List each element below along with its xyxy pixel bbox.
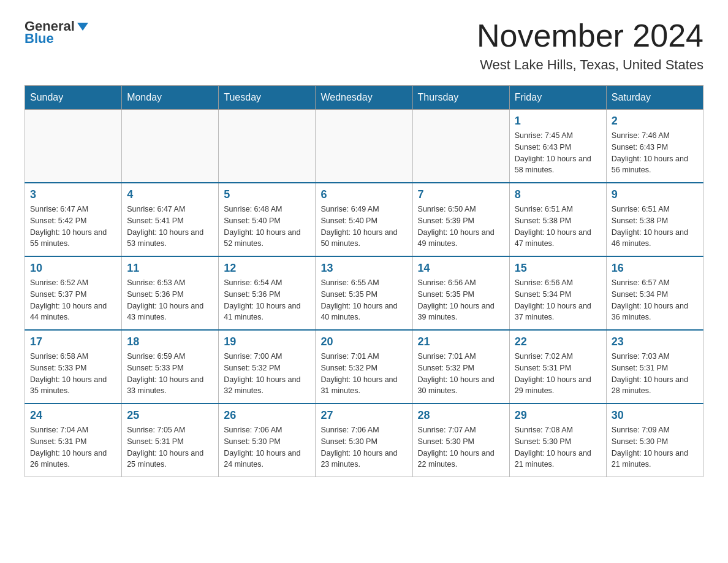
- sun-info: Sunrise: 7:00 AM Sunset: 5:32 PM Dayligh…: [224, 351, 310, 397]
- sun-info: Sunrise: 7:09 AM Sunset: 5:30 PM Dayligh…: [612, 424, 698, 470]
- sun-info: Sunrise: 6:56 AM Sunset: 5:35 PM Dayligh…: [418, 277, 504, 323]
- logo-arrow-icon: [76, 20, 89, 33]
- sun-info: Sunrise: 6:59 AM Sunset: 5:33 PM Dayligh…: [127, 351, 213, 397]
- calendar-cell: 3Sunrise: 6:47 AM Sunset: 5:42 PM Daylig…: [25, 183, 122, 256]
- day-number: 3: [30, 188, 116, 201]
- sun-info: Sunrise: 7:46 AM Sunset: 6:43 PM Dayligh…: [612, 130, 698, 176]
- day-number: 17: [30, 335, 116, 348]
- weekday-header-monday: Monday: [122, 86, 219, 110]
- calendar-cell: 19Sunrise: 7:00 AM Sunset: 5:32 PM Dayli…: [219, 330, 316, 404]
- sun-info: Sunrise: 6:51 AM Sunset: 5:38 PM Dayligh…: [515, 204, 601, 250]
- calendar-cell: 30Sunrise: 7:09 AM Sunset: 5:30 PM Dayli…: [606, 404, 703, 477]
- logo-blue-text: Blue: [25, 31, 54, 47]
- day-number: 10: [30, 262, 116, 275]
- calendar-week-row: 24Sunrise: 7:04 AM Sunset: 5:31 PM Dayli…: [25, 404, 703, 477]
- sun-info: Sunrise: 7:06 AM Sunset: 5:30 PM Dayligh…: [224, 424, 310, 470]
- day-number: 8: [515, 188, 601, 201]
- weekday-header-friday: Friday: [509, 86, 606, 110]
- day-number: 22: [515, 335, 601, 348]
- day-number: 29: [515, 409, 601, 422]
- calendar-cell: 26Sunrise: 7:06 AM Sunset: 5:30 PM Dayli…: [219, 404, 316, 477]
- day-number: 18: [127, 335, 213, 348]
- weekday-header-wednesday: Wednesday: [316, 86, 412, 110]
- day-number: 7: [418, 188, 504, 201]
- calendar-cell: 28Sunrise: 7:07 AM Sunset: 5:30 PM Dayli…: [412, 404, 509, 477]
- day-number: 14: [418, 262, 504, 275]
- calendar-cell: 2Sunrise: 7:46 AM Sunset: 6:43 PM Daylig…: [606, 110, 703, 183]
- day-number: 4: [127, 188, 213, 201]
- month-title: November 2024: [477, 18, 703, 53]
- sun-info: Sunrise: 6:56 AM Sunset: 5:34 PM Dayligh…: [515, 277, 601, 323]
- day-number: 30: [612, 409, 698, 422]
- day-number: 21: [418, 335, 504, 348]
- calendar-cell: 14Sunrise: 6:56 AM Sunset: 5:35 PM Dayli…: [412, 256, 509, 330]
- sun-info: Sunrise: 7:08 AM Sunset: 5:30 PM Dayligh…: [515, 424, 601, 470]
- sun-info: Sunrise: 7:03 AM Sunset: 5:31 PM Dayligh…: [612, 351, 698, 397]
- weekday-header-saturday: Saturday: [606, 86, 703, 110]
- sun-info: Sunrise: 6:47 AM Sunset: 5:41 PM Dayligh…: [127, 204, 213, 250]
- calendar-cell: [316, 110, 412, 183]
- weekday-header-sunday: Sunday: [25, 86, 122, 110]
- calendar-cell: 27Sunrise: 7:06 AM Sunset: 5:30 PM Dayli…: [316, 404, 412, 477]
- calendar-cell: 8Sunrise: 6:51 AM Sunset: 5:38 PM Daylig…: [509, 183, 606, 256]
- sun-info: Sunrise: 6:57 AM Sunset: 5:34 PM Dayligh…: [612, 277, 698, 323]
- sun-info: Sunrise: 6:52 AM Sunset: 5:37 PM Dayligh…: [30, 277, 116, 323]
- sun-info: Sunrise: 7:45 AM Sunset: 6:43 PM Dayligh…: [515, 130, 601, 176]
- calendar-cell: 22Sunrise: 7:02 AM Sunset: 5:31 PM Dayli…: [509, 330, 606, 404]
- sun-info: Sunrise: 7:06 AM Sunset: 5:30 PM Dayligh…: [320, 424, 407, 470]
- sun-info: Sunrise: 7:01 AM Sunset: 5:32 PM Dayligh…: [320, 351, 407, 397]
- calendar-cell: 25Sunrise: 7:05 AM Sunset: 5:31 PM Dayli…: [122, 404, 219, 477]
- calendar-cell: 5Sunrise: 6:48 AM Sunset: 5:40 PM Daylig…: [219, 183, 316, 256]
- calendar-cell: [219, 110, 316, 183]
- day-number: 9: [612, 188, 698, 201]
- calendar-cell: 16Sunrise: 6:57 AM Sunset: 5:34 PM Dayli…: [606, 256, 703, 330]
- day-number: 2: [612, 115, 698, 128]
- sun-info: Sunrise: 6:49 AM Sunset: 5:40 PM Dayligh…: [320, 204, 407, 250]
- sun-info: Sunrise: 6:51 AM Sunset: 5:38 PM Dayligh…: [612, 204, 698, 250]
- calendar-cell: 29Sunrise: 7:08 AM Sunset: 5:30 PM Dayli…: [509, 404, 606, 477]
- calendar-cell: 15Sunrise: 6:56 AM Sunset: 5:34 PM Dayli…: [509, 256, 606, 330]
- day-number: 27: [320, 409, 407, 422]
- calendar-cell: 6Sunrise: 6:49 AM Sunset: 5:40 PM Daylig…: [316, 183, 412, 256]
- calendar-table: SundayMondayTuesdayWednesdayThursdayFrid…: [25, 85, 703, 477]
- sun-info: Sunrise: 6:53 AM Sunset: 5:36 PM Dayligh…: [127, 277, 213, 323]
- sun-info: Sunrise: 6:58 AM Sunset: 5:33 PM Dayligh…: [30, 351, 116, 397]
- calendar-cell: 24Sunrise: 7:04 AM Sunset: 5:31 PM Dayli…: [25, 404, 122, 477]
- calendar-cell: [25, 110, 122, 183]
- weekday-header-row: SundayMondayTuesdayWednesdayThursdayFrid…: [25, 86, 703, 110]
- day-number: 15: [515, 262, 601, 275]
- calendar-cell: 1Sunrise: 7:45 AM Sunset: 6:43 PM Daylig…: [509, 110, 606, 183]
- location-title: West Lake Hills, Texas, United States: [477, 57, 703, 73]
- sun-info: Sunrise: 6:48 AM Sunset: 5:40 PM Dayligh…: [224, 204, 310, 250]
- calendar-cell: 23Sunrise: 7:03 AM Sunset: 5:31 PM Dayli…: [606, 330, 703, 404]
- sun-info: Sunrise: 6:47 AM Sunset: 5:42 PM Dayligh…: [30, 204, 116, 250]
- sun-info: Sunrise: 7:02 AM Sunset: 5:31 PM Dayligh…: [515, 351, 601, 397]
- day-number: 12: [224, 262, 310, 275]
- weekday-header-tuesday: Tuesday: [219, 86, 316, 110]
- logo: General Blue: [25, 18, 89, 47]
- calendar-cell: 7Sunrise: 6:50 AM Sunset: 5:39 PM Daylig…: [412, 183, 509, 256]
- calendar-cell: 12Sunrise: 6:54 AM Sunset: 5:36 PM Dayli…: [219, 256, 316, 330]
- day-number: 13: [320, 262, 407, 275]
- day-number: 5: [224, 188, 310, 201]
- day-number: 26: [224, 409, 310, 422]
- calendar-week-row: 10Sunrise: 6:52 AM Sunset: 5:37 PM Dayli…: [25, 256, 703, 330]
- sun-info: Sunrise: 6:55 AM Sunset: 5:35 PM Dayligh…: [320, 277, 407, 323]
- calendar-cell: 4Sunrise: 6:47 AM Sunset: 5:41 PM Daylig…: [122, 183, 219, 256]
- calendar-cell: 20Sunrise: 7:01 AM Sunset: 5:32 PM Dayli…: [316, 330, 412, 404]
- sun-info: Sunrise: 6:50 AM Sunset: 5:39 PM Dayligh…: [418, 204, 504, 250]
- calendar-week-row: 17Sunrise: 6:58 AM Sunset: 5:33 PM Dayli…: [25, 330, 703, 404]
- calendar-cell: 13Sunrise: 6:55 AM Sunset: 5:35 PM Dayli…: [316, 256, 412, 330]
- sun-info: Sunrise: 7:04 AM Sunset: 5:31 PM Dayligh…: [30, 424, 116, 470]
- svg-marker-0: [77, 23, 88, 31]
- day-number: 11: [127, 262, 213, 275]
- sun-info: Sunrise: 7:01 AM Sunset: 5:32 PM Dayligh…: [418, 351, 504, 397]
- weekday-header-thursday: Thursday: [412, 86, 509, 110]
- calendar-cell: 18Sunrise: 6:59 AM Sunset: 5:33 PM Dayli…: [122, 330, 219, 404]
- day-number: 1: [515, 115, 601, 128]
- calendar-cell: 9Sunrise: 6:51 AM Sunset: 5:38 PM Daylig…: [606, 183, 703, 256]
- day-number: 6: [320, 188, 407, 201]
- calendar-cell: 10Sunrise: 6:52 AM Sunset: 5:37 PM Dayli…: [25, 256, 122, 330]
- sun-info: Sunrise: 6:54 AM Sunset: 5:36 PM Dayligh…: [224, 277, 310, 323]
- sun-info: Sunrise: 7:05 AM Sunset: 5:31 PM Dayligh…: [127, 424, 213, 470]
